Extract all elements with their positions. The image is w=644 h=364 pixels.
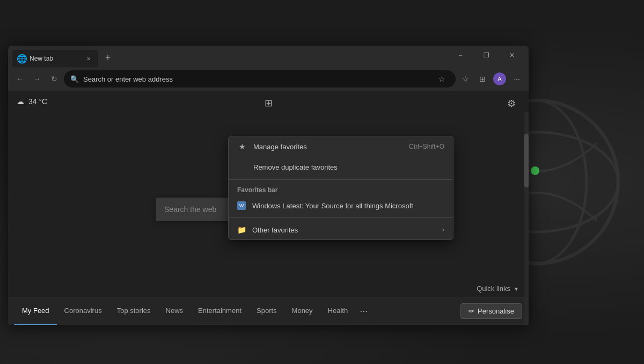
windows-latest-favicon: W (237, 201, 246, 210)
toolbar: ← → ↻ 🔍 Search or enter web address ☆ ☆ … (8, 67, 529, 91)
quick-links-chevron-icon[interactable]: ▾ (515, 285, 518, 293)
favorites-button[interactable]: ☆ (458, 71, 473, 86)
feed-tab-my-feed[interactable]: My Feed (14, 297, 57, 325)
status-dot (531, 166, 539, 175)
weather-bar: ☁ 34 °C (17, 97, 47, 106)
content-area: ☁ 34 °C ⊞ ⚙ 🔍 (8, 91, 529, 325)
favorites-bar-header: Favorites bar (229, 182, 453, 196)
favorites-dropdown: ★ Manage favorites Ctrl+Shift+O Remove d… (228, 136, 453, 240)
address-search-icon: 🔍 (70, 75, 79, 83)
active-tab[interactable]: 🌐 New tab ✕ (12, 50, 98, 67)
close-button[interactable]: ✕ (500, 47, 524, 64)
feed-tab-coronavirus[interactable]: Coronavirus (57, 297, 109, 325)
browser-window: 🌐 New tab ✕ + − ❐ ✕ ← → ↻ 🔍 Search or en… (8, 46, 529, 325)
minimize-button[interactable]: − (448, 47, 473, 64)
new-tab-button[interactable]: + (100, 50, 115, 65)
other-favorites-label: Other favorites (252, 226, 436, 234)
dropdown-divider-2 (229, 217, 453, 218)
weather-icon: ☁ (17, 97, 24, 106)
more-options-button[interactable]: ··· (509, 71, 524, 86)
feed-tab-money[interactable]: Money (284, 297, 320, 325)
personalise-icon: ✏ (469, 307, 474, 315)
manage-favorites-label: Manage favorites (253, 143, 402, 151)
feed-tab-entertainment[interactable]: Entertainment (191, 297, 249, 325)
collections-button[interactable]: ⊞ (475, 71, 490, 86)
address-bar[interactable]: 🔍 Search or enter web address ☆ (64, 70, 456, 88)
forward-button[interactable]: → (30, 71, 45, 86)
scrollbar-thumb[interactable] (524, 134, 529, 187)
feed-tab-news[interactable]: News (158, 297, 191, 325)
settings-button[interactable]: ⚙ (503, 95, 520, 112)
manage-favorites-shortcut: Ctrl+Shift+O (409, 143, 444, 150)
feed-tab-top-stories[interactable]: Top stories (109, 297, 158, 325)
profile-avatar: A (493, 72, 506, 85)
address-text: Search or enter web address (83, 75, 430, 83)
feed-tab-sports[interactable]: Sports (249, 297, 284, 325)
other-favorites-item[interactable]: 📁 Other favorites › (229, 220, 453, 239)
tab-label: New tab (30, 55, 81, 62)
manage-favorites-item[interactable]: ★ Manage favorites Ctrl+Shift+O (229, 136, 453, 157)
windows-latest-label: Windows Latest: Your Source for all thin… (252, 202, 444, 210)
favorite-star-button[interactable]: ☆ (434, 71, 449, 86)
remove-duplicates-label: Remove duplicate favorites (253, 163, 444, 171)
temperature: 34 °C (28, 97, 47, 106)
scrollbar (524, 112, 529, 325)
remove-duplicates-icon (237, 162, 247, 172)
profile-button[interactable]: A (492, 71, 507, 86)
apps-grid-button[interactable]: ⊞ (265, 97, 273, 109)
manage-favorites-icon: ★ (237, 142, 247, 151)
tab-icon: 🌐 (18, 54, 26, 63)
feed-tab-more-button[interactable]: ··· (355, 297, 372, 325)
quick-links-label: Quick links (477, 285, 510, 293)
feed-tab-health[interactable]: Health (320, 297, 356, 325)
other-favorites-arrow-icon: › (442, 226, 444, 234)
maximize-button[interactable]: ❐ (474, 47, 499, 64)
refresh-button[interactable]: ↻ (47, 71, 62, 86)
personalise-button[interactable]: ✏ Personalise (460, 303, 522, 319)
window-controls: − ❐ ✕ (448, 47, 524, 64)
personalise-label: Personalise (478, 307, 514, 315)
back-button[interactable]: ← (12, 71, 27, 86)
remove-duplicates-item[interactable]: Remove duplicate favorites (229, 157, 453, 177)
windows-latest-item[interactable]: W Windows Latest: Your Source for all th… (229, 196, 453, 215)
tab-close-button[interactable]: ✕ (84, 54, 93, 63)
feed-tabs: My Feed Coronavirus Top stories News Ent… (8, 297, 529, 325)
dropdown-divider-1 (229, 179, 453, 180)
quick-links-bar: Quick links ▾ (8, 285, 529, 297)
title-bar: 🌐 New tab ✕ + − ❐ ✕ (8, 46, 529, 67)
other-favorites-folder-icon: 📁 (237, 225, 246, 234)
